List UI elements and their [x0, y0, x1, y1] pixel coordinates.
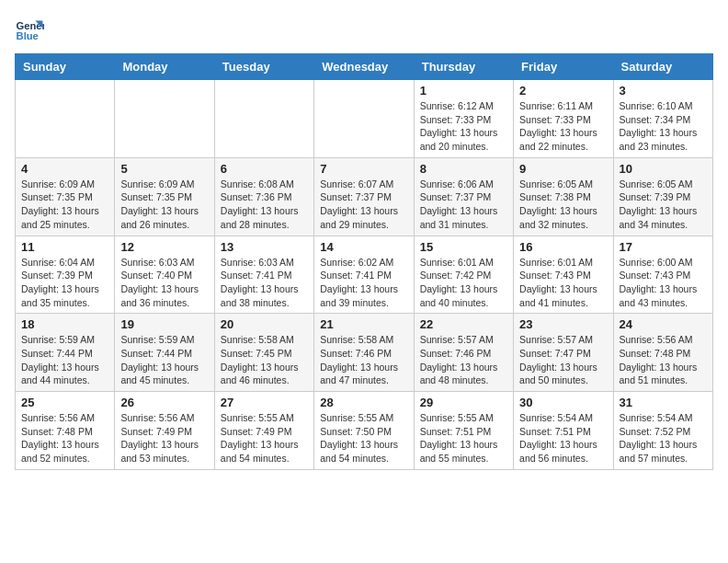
calendar-cell: 22Sunrise: 5:57 AM Sunset: 7:46 PM Dayli… [414, 314, 513, 392]
day-number: 27 [221, 396, 308, 409]
week-row-4: 18Sunrise: 5:59 AM Sunset: 7:44 PM Dayli… [16, 314, 713, 392]
weekday-header-friday: Friday [514, 54, 613, 80]
day-info: Sunrise: 5:57 AM Sunset: 7:46 PM Dayligh… [420, 333, 507, 387]
day-info: Sunrise: 5:56 AM Sunset: 7:48 PM Dayligh… [21, 411, 108, 465]
day-info: Sunrise: 6:07 AM Sunset: 7:37 PM Dayligh… [320, 178, 407, 232]
day-info: Sunrise: 6:01 AM Sunset: 7:42 PM Dayligh… [420, 256, 507, 310]
calendar-cell: 3Sunrise: 6:10 AM Sunset: 7:34 PM Daylig… [613, 80, 712, 158]
calendar-cell: 17Sunrise: 6:00 AM Sunset: 7:43 PM Dayli… [613, 236, 712, 314]
day-info: Sunrise: 5:56 AM Sunset: 7:49 PM Dayligh… [120, 411, 208, 465]
day-number: 16 [519, 240, 607, 254]
calendar-cell: 19Sunrise: 5:59 AM Sunset: 7:44 PM Dayli… [115, 314, 214, 392]
calendar-cell: 27Sunrise: 5:55 AM Sunset: 7:49 PM Dayli… [214, 392, 313, 470]
calendar-cell: 1Sunrise: 6:12 AM Sunset: 7:33 PM Daylig… [414, 80, 513, 158]
calendar-cell: 11Sunrise: 6:04 AM Sunset: 7:39 PM Dayli… [16, 236, 115, 314]
day-number: 24 [620, 317, 707, 331]
calendar-cell: 12Sunrise: 6:03 AM Sunset: 7:40 PM Dayli… [115, 236, 214, 314]
day-number: 21 [320, 317, 407, 331]
calendar-cell: 20Sunrise: 5:58 AM Sunset: 7:45 PM Dayli… [214, 314, 313, 392]
day-number: 30 [519, 396, 607, 409]
weekday-header-tuesday: Tuesday [214, 54, 313, 80]
calendar-table: SundayMondayTuesdayWednesdayThursdayFrid… [15, 53, 713, 470]
day-info: Sunrise: 5:54 AM Sunset: 7:51 PM Dayligh… [519, 411, 607, 465]
calendar-cell: 31Sunrise: 5:54 AM Sunset: 7:52 PM Dayli… [613, 392, 712, 470]
day-number: 29 [420, 396, 507, 409]
day-number: 12 [120, 240, 208, 254]
calendar-cell: 29Sunrise: 5:55 AM Sunset: 7:51 PM Dayli… [414, 392, 513, 470]
svg-text:Blue: Blue [17, 30, 39, 41]
day-info: Sunrise: 6:10 AM Sunset: 7:34 PM Dayligh… [620, 99, 707, 154]
day-number: 28 [320, 396, 407, 409]
calendar-cell: 7Sunrise: 6:07 AM Sunset: 7:37 PM Daylig… [314, 157, 414, 236]
day-info: Sunrise: 6:09 AM Sunset: 7:35 PM Dayligh… [120, 178, 208, 232]
calendar-cell [214, 80, 313, 158]
calendar-cell: 8Sunrise: 6:06 AM Sunset: 7:37 PM Daylig… [414, 157, 513, 236]
logo: General Blue [15, 15, 48, 44]
day-number: 14 [320, 240, 407, 254]
weekday-header-thursday: Thursday [414, 54, 513, 80]
day-info: Sunrise: 5:58 AM Sunset: 7:46 PM Dayligh… [320, 333, 407, 387]
calendar-cell: 9Sunrise: 6:05 AM Sunset: 7:38 PM Daylig… [514, 157, 613, 236]
day-number: 18 [21, 317, 108, 331]
day-info: Sunrise: 6:01 AM Sunset: 7:43 PM Dayligh… [519, 256, 607, 310]
day-info: Sunrise: 6:12 AM Sunset: 7:33 PM Dayligh… [420, 99, 507, 154]
logo-icon: General Blue [15, 15, 44, 44]
day-info: Sunrise: 6:00 AM Sunset: 7:43 PM Dayligh… [620, 256, 707, 310]
day-number: 6 [221, 162, 308, 176]
calendar-cell: 25Sunrise: 5:56 AM Sunset: 7:48 PM Dayli… [16, 392, 115, 470]
day-number: 22 [420, 317, 507, 331]
day-number: 1 [420, 84, 507, 98]
calendar-cell: 30Sunrise: 5:54 AM Sunset: 7:51 PM Dayli… [514, 392, 613, 470]
calendar-cell: 13Sunrise: 6:03 AM Sunset: 7:41 PM Dayli… [214, 236, 313, 314]
calendar-cell: 28Sunrise: 5:55 AM Sunset: 7:50 PM Dayli… [314, 392, 414, 470]
day-number: 17 [620, 240, 707, 254]
day-info: Sunrise: 6:08 AM Sunset: 7:36 PM Dayligh… [221, 178, 308, 232]
weekday-header-wednesday: Wednesday [314, 54, 414, 80]
calendar-cell: 16Sunrise: 6:01 AM Sunset: 7:43 PM Dayli… [514, 236, 613, 314]
calendar-cell: 5Sunrise: 6:09 AM Sunset: 7:35 PM Daylig… [115, 157, 214, 236]
day-info: Sunrise: 6:06 AM Sunset: 7:37 PM Dayligh… [420, 178, 507, 232]
page-header: General Blue [15, 15, 713, 44]
weekday-header-sunday: Sunday [16, 54, 115, 80]
day-number: 25 [21, 396, 108, 409]
day-info: Sunrise: 6:02 AM Sunset: 7:41 PM Dayligh… [320, 256, 407, 310]
calendar-cell: 10Sunrise: 6:05 AM Sunset: 7:39 PM Dayli… [613, 157, 712, 236]
day-number: 26 [120, 396, 208, 409]
day-number: 10 [620, 162, 707, 176]
week-row-2: 4Sunrise: 6:09 AM Sunset: 7:35 PM Daylig… [16, 157, 713, 236]
day-info: Sunrise: 6:05 AM Sunset: 7:39 PM Dayligh… [620, 178, 707, 232]
day-number: 20 [221, 317, 308, 331]
day-info: Sunrise: 5:58 AM Sunset: 7:45 PM Dayligh… [221, 333, 308, 387]
day-info: Sunrise: 5:56 AM Sunset: 7:48 PM Dayligh… [620, 333, 707, 387]
day-number: 31 [620, 396, 707, 409]
day-number: 13 [221, 240, 308, 254]
day-info: Sunrise: 5:55 AM Sunset: 7:51 PM Dayligh… [420, 411, 507, 465]
calendar-cell: 23Sunrise: 5:57 AM Sunset: 7:47 PM Dayli… [514, 314, 613, 392]
day-number: 9 [519, 162, 607, 176]
week-row-3: 11Sunrise: 6:04 AM Sunset: 7:39 PM Dayli… [16, 236, 713, 314]
day-info: Sunrise: 5:55 AM Sunset: 7:50 PM Dayligh… [320, 411, 407, 465]
calendar-cell: 6Sunrise: 6:08 AM Sunset: 7:36 PM Daylig… [214, 157, 313, 236]
day-info: Sunrise: 5:54 AM Sunset: 7:52 PM Dayligh… [620, 411, 707, 465]
day-number: 23 [519, 317, 607, 331]
day-info: Sunrise: 6:05 AM Sunset: 7:38 PM Dayligh… [519, 178, 607, 232]
weekday-header-monday: Monday [115, 54, 214, 80]
week-row-1: 1Sunrise: 6:12 AM Sunset: 7:33 PM Daylig… [16, 80, 713, 158]
day-number: 7 [320, 162, 407, 176]
calendar-cell: 21Sunrise: 5:58 AM Sunset: 7:46 PM Dayli… [314, 314, 414, 392]
calendar-cell [16, 80, 115, 158]
day-info: Sunrise: 5:57 AM Sunset: 7:47 PM Dayligh… [519, 333, 607, 387]
day-number: 11 [21, 240, 108, 254]
day-number: 15 [420, 240, 507, 254]
day-info: Sunrise: 6:09 AM Sunset: 7:35 PM Dayligh… [21, 178, 108, 232]
calendar-cell: 14Sunrise: 6:02 AM Sunset: 7:41 PM Dayli… [314, 236, 414, 314]
day-info: Sunrise: 5:55 AM Sunset: 7:49 PM Dayligh… [221, 411, 308, 465]
day-info: Sunrise: 6:03 AM Sunset: 7:41 PM Dayligh… [221, 256, 308, 310]
day-number: 3 [620, 84, 707, 98]
calendar-cell: 2Sunrise: 6:11 AM Sunset: 7:33 PM Daylig… [514, 80, 613, 158]
day-number: 19 [120, 317, 208, 331]
day-info: Sunrise: 5:59 AM Sunset: 7:44 PM Dayligh… [21, 333, 108, 387]
day-number: 5 [120, 162, 208, 176]
calendar-cell: 15Sunrise: 6:01 AM Sunset: 7:42 PM Dayli… [414, 236, 513, 314]
day-info: Sunrise: 6:04 AM Sunset: 7:39 PM Dayligh… [21, 256, 108, 310]
